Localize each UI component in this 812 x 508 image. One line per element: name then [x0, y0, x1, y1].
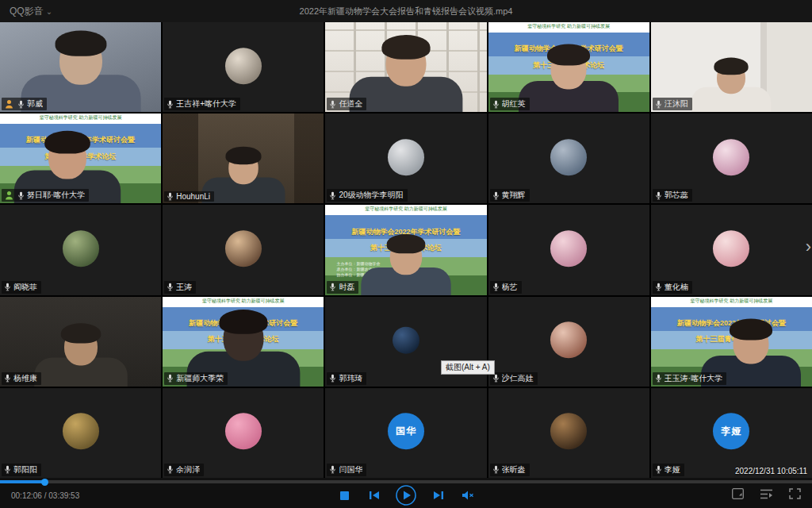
- participant-label: 郭玮琦: [327, 372, 366, 385]
- participant-tile: 王涛: [163, 205, 324, 294]
- mic-icon: [655, 283, 662, 291]
- participant-name: 郭玮琦: [339, 373, 362, 384]
- mic-icon: [492, 465, 500, 474]
- stop-button[interactable]: [335, 487, 353, 504]
- person-silhouette: [201, 151, 285, 203]
- next-button[interactable]: [429, 487, 446, 504]
- photo-avatar: [550, 230, 587, 267]
- participant-tile: 任道全: [325, 22, 486, 112]
- photo-avatar: [225, 230, 262, 267]
- app-name: QQ影音: [10, 6, 44, 17]
- text-avatar: 李娅: [713, 414, 749, 450]
- fullscreen-icon: [789, 488, 801, 499]
- player-right-tools: [731, 487, 801, 500]
- photo-avatar: [713, 139, 749, 175]
- mute-icon: [462, 491, 474, 500]
- play-button[interactable]: [396, 485, 416, 506]
- person-silhouette: [34, 328, 128, 387]
- progress-fill: [0, 480, 44, 483]
- screenshot-tooltip: 截图(Alt + A): [441, 360, 495, 375]
- participant-tile: 国华 闫国华: [325, 388, 486, 478]
- mic-icon: [167, 374, 174, 383]
- participant-label: 张昕盎: [490, 464, 530, 476]
- person-head: [223, 315, 263, 361]
- slide-top-text: 坚守秘境科学研究 助力新疆可持续发展: [651, 298, 812, 305]
- participant-name: 阎晓菲: [13, 282, 37, 293]
- photo-avatar: [713, 230, 749, 267]
- participant-name: 杨艺: [502, 282, 518, 293]
- previous-button[interactable]: [366, 487, 383, 504]
- mute-button[interactable]: [459, 487, 477, 504]
- previous-icon: [370, 491, 380, 500]
- mic-icon: [17, 100, 25, 109]
- presenter-status-icon: [4, 190, 14, 200]
- person-silhouette: [691, 62, 772, 113]
- chevron-down-icon: ⌄: [46, 7, 52, 16]
- participant-tile: 坚守秘境科学研究 助力新疆可持续发展新疆动物学会2022年学术研讨会暨第十三届青…: [163, 297, 324, 387]
- playback-controls: [0, 485, 812, 506]
- participant-name: 李娅: [665, 464, 680, 475]
- participant-tile: 郭阳阳: [0, 388, 161, 478]
- next-page-chevron[interactable]: ›: [806, 238, 811, 256]
- participant-name: 王涛: [176, 282, 192, 293]
- participant-label: 汪沐阳: [653, 98, 692, 110]
- participant-label: 王涛: [164, 281, 196, 294]
- mic-icon: [167, 192, 174, 201]
- participant-label: 时磊: [327, 281, 358, 294]
- mic-icon: [492, 374, 500, 383]
- participant-label: 董化楠: [653, 281, 692, 294]
- mic-icon: [167, 465, 174, 474]
- participant-label: 余润泽: [164, 464, 204, 476]
- participant-label: 闫国华: [327, 464, 366, 476]
- participant-tile: 余润泽: [163, 388, 324, 478]
- participant-tile: 郭威: [0, 22, 161, 112]
- fullscreen-button[interactable]: [788, 487, 801, 500]
- participant-label: 王吉祥+喀什大学: [164, 98, 240, 110]
- mic-icon: [4, 374, 11, 383]
- participant-tile: 阎晓菲: [0, 205, 161, 294]
- progress-bar[interactable]: [0, 480, 812, 483]
- participant-name: 新疆师大季荣: [176, 373, 224, 384]
- photo-avatar: [225, 414, 262, 450]
- participant-name: 黄翔辉: [502, 190, 526, 201]
- participant-name: 20级动物学李明阳: [339, 190, 403, 201]
- mic-icon: [492, 191, 500, 200]
- participant-label: 沙仁高娃: [490, 372, 538, 385]
- participant-tile: 张昕盎: [488, 388, 649, 478]
- video-filename: 2022年新疆动物学会大会报告和青锐报告会议视频.mp4: [0, 6, 812, 17]
- participant-tile: 沙仁高娃: [488, 297, 649, 387]
- participant-tile: 董化楠: [651, 205, 812, 294]
- participant-tile: 坚守秘境科学研究 助力新疆可持续发展新疆动物学会2022年学术研讨会暨第十三届青…: [488, 22, 649, 112]
- photo-avatar: [63, 230, 99, 267]
- photo-avatar: [550, 414, 587, 450]
- app-menu-button[interactable]: QQ影音⌄: [10, 5, 52, 18]
- participant-tile: 李娅 李娅 2022/12/31 10:05:11: [651, 388, 812, 478]
- mic-icon: [329, 191, 336, 200]
- participant-tile: 20级动物学李明阳: [325, 114, 486, 203]
- participant-label: 20级动物学李明阳: [327, 189, 407, 202]
- participant-label: 阎晓菲: [2, 281, 41, 294]
- person-head: [48, 137, 86, 179]
- participant-tile: 王吉祥+喀什大学: [163, 22, 324, 112]
- participant-tile: 杨维康: [0, 297, 161, 387]
- person-head: [733, 323, 768, 364]
- participant-label: 王玉涛·喀什大学: [653, 372, 726, 385]
- snapshot-button[interactable]: [731, 487, 744, 500]
- participant-tile: HouhunLi: [163, 114, 324, 203]
- photo-avatar: [393, 327, 419, 354]
- participant-name: 杨维康: [13, 373, 37, 384]
- slide-top-text: 坚守秘境科学研究 助力新疆可持续发展: [325, 206, 486, 213]
- person-head: [717, 62, 745, 94]
- photo-avatar: [225, 48, 262, 84]
- photo-avatar: [550, 139, 587, 175]
- participant-name: 郭威: [27, 98, 43, 110]
- player-bar: 00:12:06 / 03:39:53: [0, 478, 812, 508]
- snapshot-icon: [732, 488, 744, 499]
- mic-icon: [655, 465, 662, 474]
- video-content[interactable]: 郭威 王吉祥+喀什大学 任道全 坚守秘境科学研究 助力新疆可持续发展新疆动物学会…: [0, 22, 812, 478]
- mic-icon: [329, 100, 336, 109]
- participant-name: 郭芯蕊: [665, 190, 688, 201]
- participant-label: 李娅: [653, 464, 684, 476]
- photo-avatar: [63, 414, 99, 450]
- playlist-button[interactable]: [760, 487, 772, 500]
